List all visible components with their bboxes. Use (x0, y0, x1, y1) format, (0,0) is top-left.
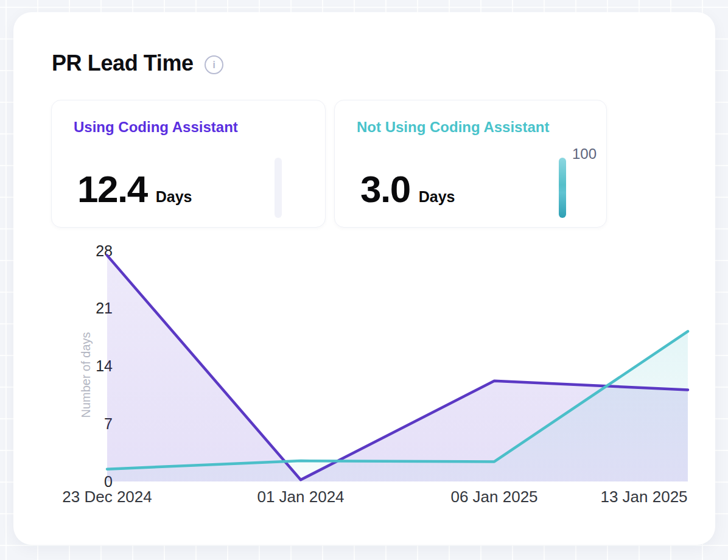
chart-canvas[interactable] (0, 0, 728, 560)
page-background: PR Lead Time i Using Coding Assistant 12… (0, 0, 728, 560)
